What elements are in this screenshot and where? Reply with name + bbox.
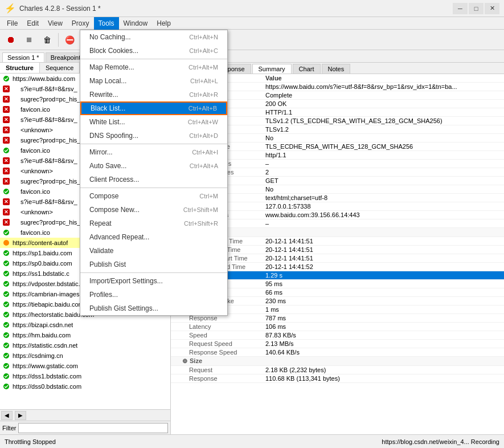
- row-name: ⊕Size: [171, 357, 262, 366]
- record-button[interactable]: ⏺: [2, 32, 19, 48]
- table-row[interactable]: Response Speed140.64 KB/s: [171, 348, 504, 357]
- list-item[interactable]: https://dss1.bdstatic.com: [0, 371, 170, 381]
- tools-menu-item[interactable]: Client Process...: [80, 173, 227, 186]
- menu-item-label: DNS Spoofing...: [89, 132, 189, 140]
- tab-structure[interactable]: Structure: [0, 63, 40, 73]
- status-bar: Throttling Stopped https://blog.csdn.net…: [0, 434, 504, 448]
- row-value: No: [262, 185, 504, 194]
- list-item[interactable]: https://dss0.bdstatic.com: [0, 381, 170, 392]
- tools-menu: No Caching...Ctrl+Alt+NBlock Cookies...C…: [80, 30, 228, 316]
- stop-button[interactable]: ⏹: [21, 32, 38, 48]
- tools-menu-item[interactable]: ComposeCtrl+M: [80, 189, 227, 203]
- breakpoints-button[interactable]: ⛔: [61, 32, 78, 48]
- menu-view[interactable]: View: [43, 17, 67, 30]
- scroll-left-button[interactable]: ◀: [1, 411, 13, 420]
- tools-menu-item[interactable]: Import/Export Settings...: [80, 274, 227, 288]
- row-value: 2.13 MB/s: [262, 340, 504, 348]
- list-item[interactable]: https://hm.baidu.com: [0, 330, 170, 340]
- menu-proxy[interactable]: Proxy: [67, 17, 94, 30]
- menu-item-shortcut: Ctrl+Alt+M: [189, 64, 218, 71]
- tools-menu-item[interactable]: Validate: [80, 244, 227, 258]
- tools-menu-item[interactable]: Profiles...: [80, 288, 227, 302]
- item-text: https://sp0.baidu.com: [13, 260, 72, 267]
- menu-edit[interactable]: Edit: [22, 17, 43, 30]
- item-text: sugrec?prod=pc_his_: [13, 96, 81, 103]
- row-value: TLS_ECDHE_RSA_WITH_AES_128_GCM_SHA256: [262, 142, 504, 151]
- item-text: https://ss1.bdstatic.c: [13, 270, 69, 277]
- svg-text:✕: ✕: [4, 96, 9, 102]
- status-icon: ✕: [2, 105, 10, 113]
- maximize-button[interactable]: □: [469, 3, 483, 14]
- session-tab-1[interactable]: Session 1 *: [2, 52, 44, 62]
- status-icon: ✕: [2, 126, 10, 134]
- row-value: 20-12-1 14:41:51: [262, 254, 504, 263]
- close-button[interactable]: ✕: [485, 3, 499, 14]
- filter-input[interactable]: [18, 423, 168, 433]
- menu-item-label: Import/Export Settings...: [89, 277, 218, 285]
- tools-menu-item[interactable]: No Caching...Ctrl+Alt+N: [80, 30, 227, 44]
- tab-notes[interactable]: Notes: [322, 64, 351, 74]
- status-icon: [2, 341, 10, 349]
- menu-separator: [80, 59, 227, 59]
- tab-summary[interactable]: Summary: [252, 64, 292, 74]
- status-icon: [2, 188, 10, 196]
- item-text: sugrec?prod=pc_his_: [13, 219, 81, 226]
- main-layout: Structure Sequence https://www.baidu.com…: [0, 63, 504, 434]
- clear-button[interactable]: 🗑: [39, 32, 56, 48]
- row-value: 230 ms: [262, 297, 504, 306]
- tools-menu-item[interactable]: RepeatCtrl+Shift+R: [80, 217, 227, 230]
- table-row[interactable]: Request Speed2.13 MB/s: [171, 340, 504, 348]
- minimize-button[interactable]: ─: [453, 3, 468, 14]
- tools-menu-item[interactable]: Black List...Ctrl+Alt+B: [80, 101, 227, 115]
- tools-menu-item[interactable]: White List...Ctrl+Alt+W: [80, 115, 227, 129]
- row-value: TLSv1.2: [262, 125, 504, 134]
- table-row[interactable]: Speed87.83 KB/s: [171, 331, 504, 340]
- list-item[interactable]: https://bizapi.csdn.net: [0, 320, 170, 330]
- row-value: GET: [262, 177, 504, 185]
- tab-sequence[interactable]: Sequence: [40, 63, 80, 73]
- svg-text:✕: ✕: [4, 86, 9, 92]
- menu-file[interactable]: File: [2, 17, 22, 30]
- title-bar-controls: ─ □ ✕: [453, 3, 499, 14]
- scroll-right-button[interactable]: ▶: [15, 411, 26, 420]
- tools-menu-item[interactable]: Rewrite...Ctrl+Alt+R: [80, 88, 227, 101]
- list-item[interactable]: https://www.gstatic.com: [0, 361, 170, 371]
- svg-text:✕: ✕: [4, 199, 9, 205]
- list-item[interactable]: https://statistic.csdn.net: [0, 340, 170, 351]
- menu-item-shortcut: Ctrl+M: [199, 193, 218, 199]
- tools-menu-item[interactable]: Publish Gist: [80, 258, 227, 271]
- status-icon: [2, 311, 10, 319]
- row-value: 2: [262, 168, 504, 177]
- tools-menu-item[interactable]: Block Cookies...Ctrl+Alt+C: [80, 44, 227, 58]
- menu-bar: File Edit View Proxy Tools Window Help: [0, 17, 504, 30]
- table-row[interactable]: ⊕Size: [171, 357, 504, 366]
- table-row[interactable]: Response110.68 KB (113,341 bytes): [171, 374, 504, 383]
- tools-menu-item[interactable]: Mirror...Ctrl+Alt+I: [80, 145, 227, 159]
- tools-menu-item[interactable]: DNS Spoofing...Ctrl+Alt+D: [80, 129, 227, 142]
- tools-menu-item[interactable]: Publish Gist Settings...: [80, 302, 227, 315]
- svg-text:✕: ✕: [4, 178, 9, 184]
- menu-item-label: Rewrite...: [89, 91, 189, 99]
- menu-window[interactable]: Window: [119, 17, 153, 30]
- status-icon: ✕: [2, 177, 10, 185]
- tab-chart[interactable]: Chart: [293, 64, 321, 74]
- item-text: https://hm.baidu.com: [13, 332, 71, 339]
- tools-menu-item[interactable]: Auto Save...Ctrl+Alt+A: [80, 159, 227, 173]
- status-icon: [2, 382, 10, 390]
- menu-help[interactable]: Help: [152, 17, 175, 30]
- tools-menu-item[interactable]: Map Local...Ctrl+Alt+L: [80, 74, 227, 88]
- menu-tools[interactable]: Tools: [94, 17, 119, 30]
- tools-menu-item[interactable]: Map Remote...Ctrl+Alt+M: [80, 60, 227, 74]
- row-value: 787 ms: [262, 314, 504, 323]
- menu-item-label: Auto Save...: [89, 162, 190, 170]
- menu-separator: [80, 188, 227, 188]
- tools-menu-item[interactable]: Advanced Repeat...: [80, 230, 227, 244]
- table-row[interactable]: Latency106 ms: [171, 323, 504, 331]
- table-row[interactable]: Request2.18 KB (2,232 bytes): [171, 366, 504, 374]
- status-icon: ✕: [2, 95, 10, 103]
- row-name: Request: [171, 366, 262, 374]
- list-item[interactable]: https://csdnimg.cn: [0, 351, 170, 361]
- tools-menu-item[interactable]: Compose New...Ctrl+Shift+M: [80, 203, 227, 217]
- window-title: Charles 4.2.8 - Session 1 *: [19, 5, 101, 13]
- row-value: text/html;charset=utf-8: [262, 194, 504, 202]
